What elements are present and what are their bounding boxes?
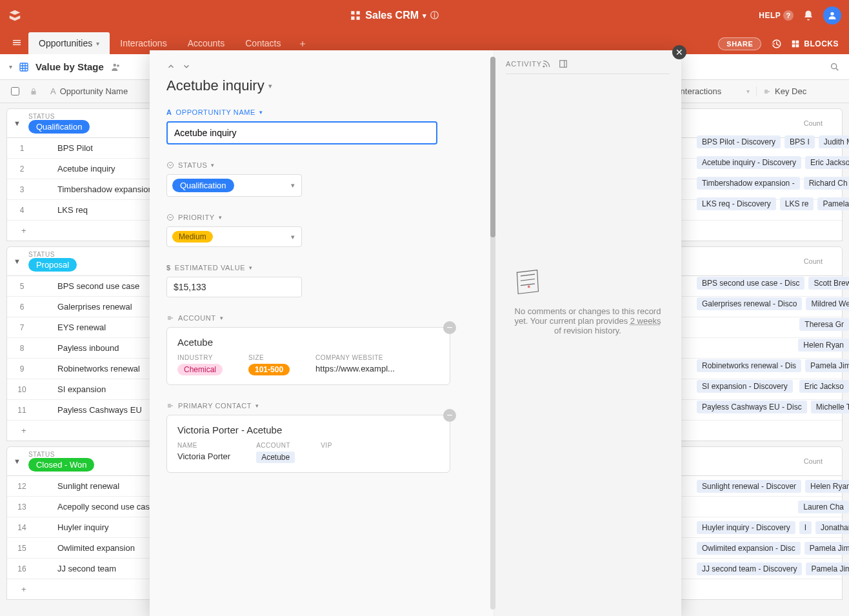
bell-icon[interactable] [803,10,814,21]
activity-panel: ACTIVITY No comments or changes to this … [494,50,681,103]
app-logo[interactable] [8,8,22,23]
help-link[interactable]: HELP ? [759,10,794,21]
svg-point-4 [830,12,834,15]
prev-record-button[interactable] [166,62,175,71]
next-record-button[interactable] [182,62,191,71]
column-opportunity-name[interactable]: Opportunity Name [60,86,128,96]
svg-rect-3 [357,17,360,20]
svg-rect-7 [792,45,795,48]
rss-icon[interactable] [542,59,551,68]
activity-title: ACTIVITY [506,60,542,68]
lock-icon [30,88,46,95]
close-button[interactable]: ✕ [672,45,686,59]
link-field-icon [763,88,771,95]
base-icon [350,10,361,21]
app-topbar: Sales CRM ▾ ⓘ HELP ? [0,0,849,31]
svg-point-15 [543,66,544,67]
collapse-panel-icon[interactable] [559,59,568,68]
blocks-button[interactable]: BLOCKS [791,39,839,48]
chevron-down-icon[interactable]: ▾ [268,82,272,90]
tab-opportunities[interactable]: Opportunities▾ [28,32,110,54]
search-icon[interactable] [830,62,840,72]
text-field-icon: A [50,86,56,96]
user-avatar[interactable] [823,6,841,25]
record-detail-modal: ✕ Acetube inquiry▾ AOPPORTUNITY NAME▾ ST… [150,50,681,103]
svg-rect-16 [560,61,567,68]
chevron-down-icon: ▾ [96,40,99,47]
svg-rect-9 [20,63,28,71]
history-icon[interactable] [770,38,782,50]
svg-rect-5 [792,41,795,44]
svg-rect-1 [357,11,360,14]
chevron-down-icon[interactable]: ▾ [423,12,426,20]
column-interactions[interactable]: Interactions [678,86,721,96]
modal-scrollbar[interactable] [490,57,495,103]
share-button[interactable]: SHARE [718,37,761,50]
svg-point-12 [832,63,837,68]
collaborators-icon[interactable] [110,61,122,73]
info-icon[interactable]: ⓘ [430,10,439,21]
help-icon: ? [783,10,794,21]
grid-view-icon [19,62,29,72]
view-name[interactable]: Value by Stage [35,61,104,72]
svg-point-10 [113,63,116,66]
column-key-decision[interactable]: Key Dec [775,86,806,96]
svg-rect-2 [352,17,355,20]
select-all-checkbox[interactable] [11,87,19,95]
svg-rect-6 [796,41,799,44]
view-menu-icon[interactable]: ▾ [9,63,12,70]
menu-icon[interactable] [5,37,28,48]
svg-rect-8 [796,45,799,48]
record-title: Acetube inquiry [166,77,265,94]
svg-rect-0 [352,11,355,14]
app-title[interactable]: Sales CRM [365,10,419,21]
svg-point-11 [117,64,119,66]
